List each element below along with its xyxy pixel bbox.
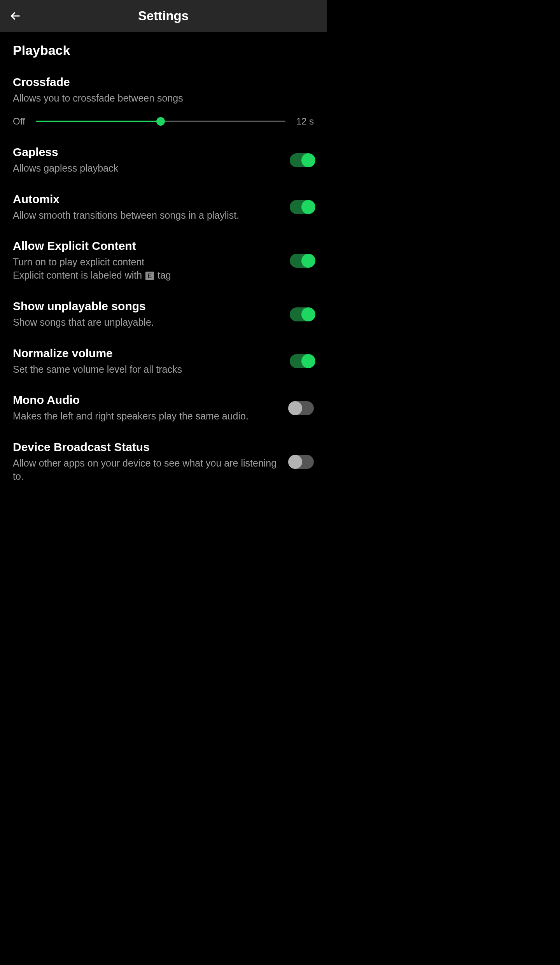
setting-text: Normalize volume Set the same volume lev…	[13, 347, 290, 376]
toggle-thumb	[301, 153, 315, 167]
broadcast-title: Device Broadcast Status	[13, 440, 282, 454]
page-title: Settings	[8, 9, 319, 23]
toggle-thumb	[301, 354, 315, 368]
setting-gapless: Gapless Allows gapless playback	[13, 146, 314, 175]
toggle-thumb	[288, 401, 302, 415]
explicit-desc: Turn on to play explicit content Explici…	[13, 256, 282, 282]
setting-text: Show unplayable songs Show songs that ar…	[13, 300, 290, 329]
setting-normalize: Normalize volume Set the same volume lev…	[13, 347, 314, 376]
setting-automix: Automix Allow smooth transitions between…	[13, 193, 314, 222]
automix-title: Automix	[13, 193, 282, 206]
broadcast-desc: Allow other apps on your device to see w…	[13, 457, 282, 483]
setting-broadcast: Device Broadcast Status Allow other apps…	[13, 440, 314, 483]
setting-text: Gapless Allows gapless playback	[13, 146, 290, 175]
arrow-left-icon	[9, 9, 23, 23]
setting-explicit: Allow Explicit Content Turn on to play e…	[13, 239, 314, 282]
crossfade-min-label: Off	[13, 116, 25, 127]
crossfade-desc: Allows you to crossfade between songs	[13, 92, 314, 105]
crossfade-slider-thumb[interactable]	[156, 117, 165, 126]
mono-title: Mono Audio	[13, 393, 282, 407]
toggle-thumb	[288, 455, 302, 469]
crossfade-max-label: 12 s	[296, 116, 314, 127]
normalize-title: Normalize volume	[13, 347, 282, 360]
setting-crossfade: Crossfade Allows you to crossfade betwee…	[13, 75, 314, 127]
toggle-thumb	[301, 254, 315, 268]
setting-mono: Mono Audio Makes the left and right spea…	[13, 393, 314, 423]
explicit-toggle[interactable]	[290, 254, 314, 268]
gapless-desc: Allows gapless playback	[13, 162, 282, 175]
mono-desc: Makes the left and right speakers play t…	[13, 410, 282, 423]
setting-text: Device Broadcast Status Allow other apps…	[13, 440, 290, 483]
explicit-desc-pre: Explicit content is labeled with	[13, 270, 145, 281]
setting-text: Mono Audio Makes the left and right spea…	[13, 393, 290, 423]
content: Playback Crossfade Allows you to crossfa…	[0, 32, 327, 516]
toggle-thumb	[301, 307, 315, 321]
gapless-title: Gapless	[13, 146, 282, 159]
normalize-desc: Set the same volume level for all tracks	[13, 363, 282, 376]
broadcast-toggle[interactable]	[290, 455, 314, 469]
unplayable-toggle[interactable]	[290, 307, 314, 321]
unplayable-title: Show unplayable songs	[13, 300, 282, 313]
crossfade-slider-row: Off 12 s	[13, 116, 314, 127]
automix-desc: Allow smooth transitions between songs i…	[13, 209, 282, 222]
explicit-desc-line2: Explicit content is labeled with E tag	[13, 269, 282, 282]
explicit-title: Allow Explicit Content	[13, 239, 282, 253]
crossfade-slider-fill	[36, 121, 161, 122]
crossfade-title: Crossfade	[13, 75, 314, 89]
back-button[interactable]	[8, 8, 23, 24]
toggle-thumb	[301, 200, 315, 214]
normalize-toggle[interactable]	[290, 354, 314, 368]
setting-text: Allow Explicit Content Turn on to play e…	[13, 239, 290, 282]
explicit-tag-icon: E	[145, 272, 154, 280]
explicit-desc-line1: Turn on to play explicit content	[13, 256, 282, 269]
setting-unplayable: Show unplayable songs Show songs that ar…	[13, 300, 314, 329]
unplayable-desc: Show songs that are unplayable.	[13, 316, 282, 329]
section-playback-title: Playback	[13, 43, 314, 58]
header: Settings	[0, 0, 327, 32]
setting-text: Automix Allow smooth transitions between…	[13, 193, 290, 222]
automix-toggle[interactable]	[290, 200, 314, 214]
explicit-desc-post: tag	[155, 270, 171, 281]
mono-toggle[interactable]	[290, 401, 314, 415]
gapless-toggle[interactable]	[290, 153, 314, 167]
crossfade-slider[interactable]	[36, 121, 285, 122]
